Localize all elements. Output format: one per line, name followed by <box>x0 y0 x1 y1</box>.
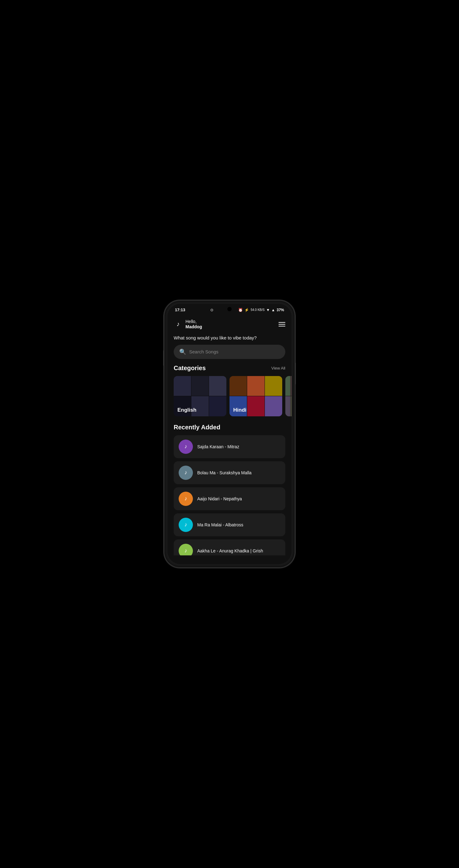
song-item-5[interactable]: ♪ Aakha Le - Anurag Khadka | Grish <box>174 539 285 561</box>
recently-added-section: Recently Added ♪ Sajda Karaan - Mitraz ♪… <box>167 423 292 561</box>
battery-level: 37% <box>277 308 284 312</box>
search-input[interactable]: Search Songs <box>189 349 218 354</box>
header-greeting: Hello, Maddog <box>185 319 202 330</box>
sim-icon: ⊙ <box>210 308 213 312</box>
view-all-button[interactable]: View All <box>271 366 285 370</box>
recently-added-title: Recently Added <box>174 424 285 431</box>
music-note-icon-5: ♪ <box>185 548 187 554</box>
category-overlay-english: English <box>174 376 226 416</box>
song-avatar-4: ♪ <box>179 518 193 532</box>
song-avatar-2: ♪ <box>179 466 193 480</box>
song-avatar-1: ♪ <box>179 440 193 454</box>
search-container: 🔍 Search Songs <box>167 345 292 365</box>
phone-screen: 17:13 ⊙ ⏰ ⚡ 54.0 KB/S ▼ ▲ 37% ♪ Hel <box>167 304 292 564</box>
app-content: ♪ Hello, Maddog What song would you like… <box>167 315 292 561</box>
tagline: What song would you like to vibe today? <box>167 333 292 345</box>
song-title-3: Aaijo Nidari - Nepathya <box>197 496 242 501</box>
music-note-icon: ♪ <box>177 320 180 328</box>
song-title-2: Bolau Ma - Surakshya Malla <box>197 470 251 475</box>
search-box[interactable]: 🔍 Search Songs <box>174 345 285 359</box>
song-item-2[interactable]: ♪ Bolau Ma - Surakshya Malla <box>174 461 285 484</box>
music-note-icon-3: ♪ <box>185 495 187 502</box>
wifi-icon: ▼ <box>266 308 270 312</box>
music-note-icon-1: ♪ <box>185 443 187 450</box>
song-item-3[interactable]: ♪ Aaijo Nidari - Nepathya <box>174 487 285 510</box>
categories-header: Categories View All <box>167 365 292 376</box>
status-time: 17:13 <box>175 308 185 312</box>
hamburger-button[interactable] <box>278 322 285 327</box>
header-left: ♪ Hello, Maddog <box>174 319 202 330</box>
network-speed: 54.0 KB/S <box>251 308 265 312</box>
app-logo: ♪ <box>174 320 182 329</box>
song-item-4[interactable]: ♪ Ma Ra Malai - Albatross <box>174 514 285 536</box>
category-name-english: English <box>177 407 196 413</box>
song-title-5: Aakha Le - Anurag Khadka | Grish <box>197 548 263 553</box>
search-icon: 🔍 <box>179 348 186 355</box>
song-list: ♪ Sajda Karaan - Mitraz ♪ Bolau Ma - Sur… <box>174 435 285 561</box>
category-name-hindi: Hindi <box>233 407 247 413</box>
song-item-1[interactable]: ♪ Sajda Karaan - Mitraz <box>174 435 285 458</box>
hamburger-line-3 <box>278 326 285 327</box>
alarm-icon: ⏰ <box>238 308 243 312</box>
category-card-english[interactable]: English <box>174 376 226 416</box>
hamburger-line-1 <box>278 322 285 323</box>
greeting-hello: Hello, <box>185 319 202 324</box>
song-avatar-5: ♪ <box>179 544 193 558</box>
music-note-icon-4: ♪ <box>185 521 187 528</box>
song-title-1: Sajda Karaan - Mitraz <box>197 444 239 449</box>
signal-icon: ▲ <box>271 308 275 312</box>
categories-scroll: English Hindi <box>167 376 292 423</box>
song-avatar-3: ♪ <box>179 492 193 506</box>
category-card-third[interactable] <box>285 376 292 416</box>
hamburger-line-2 <box>278 324 285 324</box>
song-title-4: Ma Ra Malai - Albatross <box>197 522 243 527</box>
phone-frame: 17:13 ⊙ ⏰ ⚡ 54.0 KB/S ▼ ▲ 37% ♪ Hel <box>164 301 295 567</box>
greeting-name: Maddog <box>185 324 202 330</box>
app-header: ♪ Hello, Maddog <box>167 315 292 333</box>
category-overlay-hindi: Hindi <box>230 376 282 416</box>
category-card-hindi[interactable]: Hindi <box>230 376 282 416</box>
categories-title: Categories <box>174 365 206 372</box>
status-icons: ⏰ ⚡ 54.0 KB/S ▼ ▲ 37% <box>238 308 284 312</box>
music-note-icon-2: ♪ <box>185 469 187 476</box>
bluetooth-icon: ⚡ <box>244 308 249 312</box>
camera-notch <box>227 307 232 311</box>
category-overlay-third <box>285 376 292 416</box>
